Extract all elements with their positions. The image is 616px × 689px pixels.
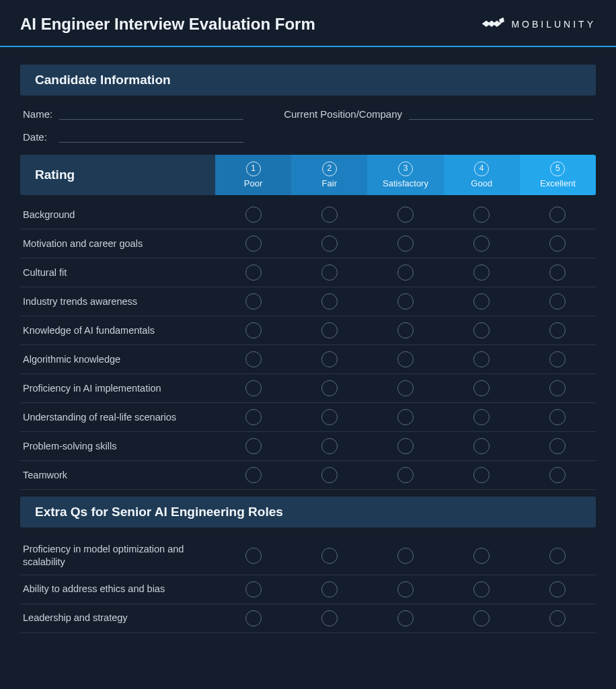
rating-radio[interactable] xyxy=(321,581,338,597)
page-header: AI Engineer Interview Evaluation Form MO… xyxy=(0,0,616,46)
rating-radio[interactable] xyxy=(397,380,414,396)
rating-radio[interactable] xyxy=(321,409,338,425)
position-input[interactable] xyxy=(409,105,593,120)
name-label: Name: xyxy=(23,108,52,120)
rating-radio[interactable] xyxy=(321,235,338,252)
rating-radio[interactable] xyxy=(549,293,566,310)
rating-radio[interactable] xyxy=(397,409,414,425)
criteria-row: Background xyxy=(20,201,596,229)
rating-radio[interactable] xyxy=(397,235,414,252)
rating-radio[interactable] xyxy=(245,264,262,281)
rating-radio[interactable] xyxy=(549,548,566,564)
rating-radio[interactable] xyxy=(245,409,262,425)
rating-radio[interactable] xyxy=(397,322,414,338)
rating-radio[interactable] xyxy=(473,380,490,396)
rating-radio[interactable] xyxy=(549,438,566,454)
rating-radio[interactable] xyxy=(473,322,490,338)
rating-radio[interactable] xyxy=(245,548,262,564)
criteria-label: Cultural fit xyxy=(20,266,215,279)
rating-radio[interactable] xyxy=(473,548,490,564)
rating-radio[interactable] xyxy=(245,322,262,338)
rating-radio[interactable] xyxy=(245,293,262,310)
rating-radio[interactable] xyxy=(245,380,262,396)
rating-radio[interactable] xyxy=(397,293,414,310)
rating-radio[interactable] xyxy=(245,581,262,597)
rating-radio[interactable] xyxy=(397,207,414,223)
criteria-row: Leadership and strategy xyxy=(20,604,596,633)
criteria-row: Proficiency in AI implementation xyxy=(20,374,596,403)
rating-radio[interactable] xyxy=(549,409,566,425)
rating-radio[interactable] xyxy=(321,380,338,396)
rating-radio[interactable] xyxy=(397,467,414,483)
rating-radio[interactable] xyxy=(473,351,490,367)
criteria-row: Problem-solving skills xyxy=(20,432,596,461)
position-label: Current Position/Company xyxy=(284,108,402,120)
rating-radio[interactable] xyxy=(321,207,338,223)
rating-radio[interactable] xyxy=(549,235,566,252)
rating-radio[interactable] xyxy=(549,351,566,367)
criteria-label: Ability to address ethics and bias xyxy=(20,583,215,595)
scale-col-5: 5 Excellent xyxy=(520,155,596,195)
criteria-label: Industry trends awareness xyxy=(20,295,215,308)
rating-header-row: Rating 1 Poor 2 Fair 3 Satisfactory 4 Go… xyxy=(20,155,596,195)
rating-radio[interactable] xyxy=(321,264,338,281)
criteria-label: Understanding of real-life scenarios xyxy=(20,411,215,424)
rating-radio[interactable] xyxy=(245,207,262,223)
rating-radio[interactable] xyxy=(397,264,414,281)
rating-radio[interactable] xyxy=(245,351,262,367)
date-input[interactable] xyxy=(59,128,243,143)
rating-radio[interactable] xyxy=(245,610,262,626)
rating-radio[interactable] xyxy=(321,548,338,564)
rating-radio[interactable] xyxy=(473,207,490,223)
rating-radio[interactable] xyxy=(321,351,338,367)
rating-radio[interactable] xyxy=(473,235,490,252)
scale-col-1: 1 Poor xyxy=(215,155,291,195)
rating-radio[interactable] xyxy=(397,351,414,367)
rating-radio[interactable] xyxy=(549,380,566,396)
rating-radio[interactable] xyxy=(473,610,490,626)
criteria-label: Proficiency in AI implementation xyxy=(20,382,215,395)
rating-radio[interactable] xyxy=(321,467,338,483)
date-label: Date: xyxy=(23,131,52,143)
rating-radio[interactable] xyxy=(549,207,566,223)
criteria-row: Proficiency in model optimization and sc… xyxy=(20,537,596,575)
brand-logo: MOBILUNITY xyxy=(479,16,596,32)
scale-col-3: 3 Satisfactory xyxy=(367,155,443,195)
rating-radio[interactable] xyxy=(549,322,566,338)
criteria-label: Leadership and strategy xyxy=(20,612,215,624)
scale-col-4: 4 Good xyxy=(444,155,520,195)
rating-radio[interactable] xyxy=(473,438,490,454)
criteria-label: Knowledge of AI fundamentals xyxy=(20,324,215,337)
rating-radio[interactable] xyxy=(473,467,490,483)
brand-name: MOBILUNITY xyxy=(511,19,596,30)
name-input[interactable] xyxy=(59,105,243,120)
criteria-list-senior: Proficiency in model optimization and sc… xyxy=(20,537,596,633)
rating-radio[interactable] xyxy=(321,438,338,454)
rating-radio[interactable] xyxy=(549,264,566,281)
rating-radio[interactable] xyxy=(549,610,566,626)
rating-radio[interactable] xyxy=(321,322,338,338)
rating-radio[interactable] xyxy=(397,610,414,626)
criteria-row: Understanding of real-life scenarios xyxy=(20,403,596,432)
criteria-label: Problem-solving skills xyxy=(20,440,215,453)
rating-radio[interactable] xyxy=(245,235,262,252)
rating-radio[interactable] xyxy=(397,548,414,564)
rating-title: Rating xyxy=(20,155,215,195)
rating-radio[interactable] xyxy=(549,581,566,597)
rating-radio[interactable] xyxy=(397,581,414,597)
scale-col-2: 2 Fair xyxy=(291,155,367,195)
rating-radio[interactable] xyxy=(245,438,262,454)
rating-radio[interactable] xyxy=(549,467,566,483)
rating-radio[interactable] xyxy=(473,581,490,597)
rating-radio[interactable] xyxy=(321,610,338,626)
rating-radio[interactable] xyxy=(473,264,490,281)
rating-radio[interactable] xyxy=(245,467,262,483)
rating-radio[interactable] xyxy=(473,409,490,425)
rating-radio[interactable] xyxy=(321,293,338,310)
rating-radio[interactable] xyxy=(473,293,490,310)
rating-radio[interactable] xyxy=(397,438,414,454)
criteria-row: Algorithmic knowledge xyxy=(20,345,596,374)
criteria-row: Industry trends awareness xyxy=(20,287,596,316)
candidate-info-fields: Name: Current Position/Company Date: xyxy=(20,105,596,155)
section-senior: Extra Qs for Senior AI Engineering Roles xyxy=(20,497,596,528)
